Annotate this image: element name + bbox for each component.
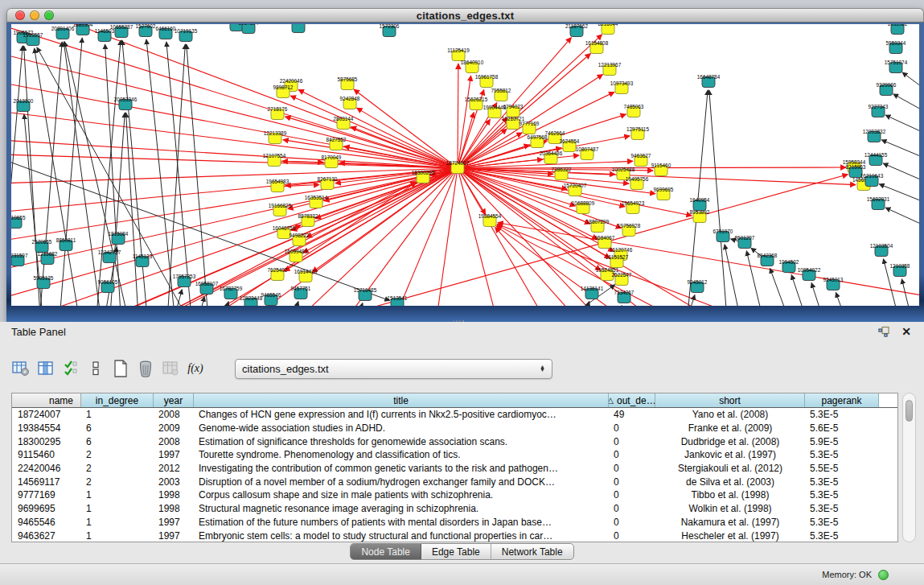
- citation-edge[interactable]: [285, 117, 458, 168]
- network-node[interactable]: 2310655: [11, 215, 26, 229]
- tab-edge-table[interactable]: Edge Table: [421, 544, 491, 559]
- network-node[interactable]: 10807487: [576, 146, 599, 160]
- citation-edge[interactable]: [290, 96, 458, 168]
- network-node[interactable]: 19756928: [618, 223, 641, 237]
- network-node[interactable]: 19495756: [626, 176, 649, 190]
- network-node[interactable]: 9329966: [877, 82, 897, 96]
- network-canvas[interactable]: 1872400722420046271817612213389121075541…: [11, 24, 919, 306]
- table-source-select[interactable]: citations_edges.txt ▲▼: [235, 359, 552, 379]
- memory-indicator-dot[interactable]: [878, 570, 889, 580]
- column-header-name[interactable]: name: [12, 393, 81, 407]
- network-node[interactable]: 1146503: [95, 28, 115, 42]
- network-node[interactable]: 7485063: [624, 104, 644, 117]
- window-titlebar[interactable]: citations_edges.txt: [6, 8, 924, 23]
- network-node[interactable]: 10719135: [175, 28, 198, 42]
- network-node[interactable]: 9056105: [98, 279, 118, 293]
- table-row[interactable]: 969969511998Structural magnetic resonanc…: [12, 502, 897, 516]
- edge-black[interactable]: [881, 140, 919, 158]
- column-header-year[interactable]: year: [154, 393, 194, 407]
- network-node[interactable]: 16151527: [606, 254, 629, 268]
- network-node[interactable]: 9227343: [869, 104, 889, 117]
- float-panel-icon[interactable]: [877, 325, 890, 338]
- edge-black[interactable]: [893, 94, 919, 111]
- table-row[interactable]: 911546021997Tourette syndrome. Phenomeno…: [12, 448, 897, 462]
- network-node[interactable]: 2013100: [14, 98, 34, 112]
- network-node[interactable]: 8953892: [690, 209, 710, 223]
- edge-black[interactable]: [64, 42, 140, 306]
- network-node[interactable]: 9115460: [651, 163, 671, 176]
- network-node[interactable]: 9463627: [631, 153, 651, 167]
- network-node[interactable]: 8601297: [735, 235, 755, 249]
- network-node[interactable]: 7334267: [614, 290, 634, 303]
- network-node[interactable]: 9699695: [654, 187, 674, 200]
- network-node[interactable]: 8942368: [758, 253, 778, 266]
- network-node[interactable]: 1094502: [779, 259, 799, 273]
- edge-black[interactable]: [885, 208, 919, 225]
- close-panel-icon[interactable]: ✕: [900, 325, 913, 338]
- network-node[interactable]: 1210358: [890, 263, 910, 277]
- network-node[interactable]: 6791970: [713, 229, 733, 242]
- network-node[interactable]: 17957253: [173, 274, 196, 287]
- network-node[interactable]: 1527602: [136, 24, 156, 37]
- table-row[interactable]: 1872400712008Changes of HCN gene express…: [12, 408, 897, 422]
- table-row[interactable]: 946362711997Embryonic stem cells: a mode…: [12, 529, 897, 542]
- column-header-title[interactable]: title: [194, 393, 609, 407]
- edge-black[interactable]: [902, 72, 919, 89]
- edge-black[interactable]: [883, 163, 919, 181]
- network-node[interactable]: 12213389: [264, 130, 287, 144]
- edge-black[interactable]: [106, 113, 125, 306]
- table-row[interactable]: 977716911998Corpus callosum shape and si…: [12, 488, 897, 502]
- select-columns-icon[interactable]: [61, 358, 80, 379]
- edge-black[interactable]: [770, 268, 807, 306]
- citation-edge[interactable]: [458, 64, 458, 168]
- citation-edge[interactable]: [497, 225, 775, 306]
- minimize-window-button[interactable]: [30, 10, 39, 20]
- network-node[interactable]: 12923448: [240, 295, 263, 306]
- network-node[interactable]: 8216044: [598, 24, 618, 35]
- tab-network-table[interactable]: Network Table: [491, 544, 573, 559]
- network-node[interactable]: 16961758: [475, 74, 499, 88]
- network-node[interactable]: 5875685: [338, 76, 358, 90]
- new-column-icon[interactable]: [111, 358, 130, 379]
- network-node[interactable]: 6466160: [156, 26, 176, 39]
- edge-black[interactable]: [885, 115, 919, 133]
- network-node[interactable]: 12107554: [263, 153, 286, 167]
- citation-edge[interactable]: [354, 89, 458, 168]
- network-node[interactable]: 2718176: [268, 106, 288, 120]
- network-node[interactable]: 18807299: [586, 219, 610, 233]
- network-node[interactable]: 16648784: [697, 74, 721, 88]
- show-column-icon[interactable]: [36, 358, 55, 379]
- table-row[interactable]: 1830029562008Estimation of significance …: [12, 435, 897, 448]
- column-header-short[interactable]: short: [655, 393, 805, 407]
- network-node[interactable]: 15692931: [867, 196, 890, 210]
- network-node[interactable]: 5959344: [886, 40, 906, 54]
- function-builder-icon[interactable]: f(x): [186, 358, 205, 379]
- import-table-icon[interactable]: [161, 358, 180, 379]
- network-node[interactable]: 14136141: [581, 286, 604, 299]
- network-node[interactable]: 8850811: [56, 237, 76, 251]
- network-node[interactable]: 20891406: [51, 26, 75, 39]
- network-node[interactable]: 8427552: [326, 137, 347, 150]
- network-node[interactable]: 10973493: [610, 80, 634, 94]
- close-window-button[interactable]: [15, 10, 25, 20]
- network-node[interactable]: 1513541: [388, 295, 408, 306]
- zoom-window-button[interactable]: [44, 10, 54, 20]
- table-row[interactable]: 1456911722003Disruption of a novel membe…: [12, 475, 897, 488]
- vertical-scrollbar[interactable]: [902, 393, 916, 542]
- citation-edge[interactable]: [498, 223, 919, 298]
- network-node[interactable]: 9777169: [519, 121, 540, 134]
- network-node[interactable]: 15716485: [354, 287, 377, 301]
- table-row[interactable]: 2242004622012Investigating the contribut…: [12, 462, 897, 476]
- network-node[interactable]: 18640910: [461, 60, 484, 73]
- network-node[interactable]: 16099489: [285, 249, 308, 262]
- edge-black[interactable]: [709, 90, 731, 306]
- network-node[interactable]: 1572306: [380, 24, 400, 37]
- edge-black[interactable]: [35, 48, 88, 306]
- network-node[interactable]: 15751074: [885, 60, 908, 73]
- edge-black[interactable]: [35, 42, 62, 306]
- column-header-pagerank[interactable]: pagerank: [805, 393, 879, 407]
- table-mode-icon[interactable]: [86, 358, 105, 379]
- table-row[interactable]: 946554611997Estimation of the future num…: [12, 516, 897, 529]
- edge-black[interactable]: [836, 292, 864, 306]
- edge-black[interactable]: [341, 303, 363, 306]
